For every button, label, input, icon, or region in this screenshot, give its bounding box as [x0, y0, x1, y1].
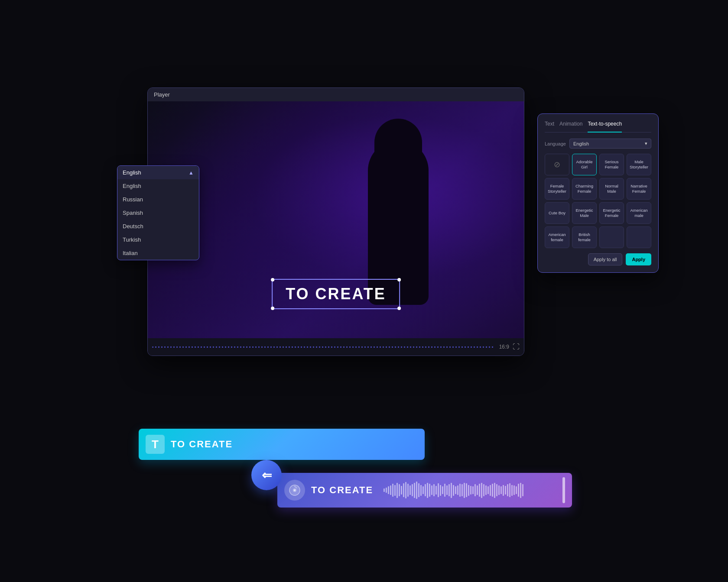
voice-cell-adorable-girl[interactable]: Adorable Girl — [572, 154, 597, 175]
voice-cell-empty-1 — [599, 226, 624, 248]
tts-buttons: Apply to all Apply — [545, 253, 651, 265]
handle-bl[interactable] — [271, 307, 274, 310]
voice-cell-narrative-female[interactable]: Narrative Female — [627, 178, 651, 200]
audio-track-end-bar — [562, 477, 565, 503]
voice-cell-energetic-male[interactable]: Energetic Male — [572, 202, 597, 224]
mute-icon: ⊘ — [554, 160, 560, 169]
tts-language-label: Language — [545, 141, 566, 146]
voice-label-female-storyteller: Female Storyteller — [547, 184, 567, 194]
convert-arrow-button[interactable]: ⇐ — [251, 460, 282, 490]
apply-all-button[interactable]: Apply to all — [588, 253, 623, 265]
scene-container: Player TO CREATE 16:9 ⛶ — [104, 53, 624, 529]
tab-tts[interactable]: Text-to-speech — [588, 121, 622, 133]
player-video: TO CREATE — [148, 101, 524, 344]
voice-cell-serious-female[interactable]: Serious Female — [599, 154, 624, 175]
voice-cell-energetic-female[interactable]: Energetic Female — [599, 202, 624, 224]
voice-cell-muted[interactable]: ⊘ — [545, 154, 569, 175]
voice-label-adorable-girl: Adorable Girl — [574, 159, 595, 170]
voice-label-serious-female: Serious Female — [601, 159, 622, 170]
voice-label-normal-male: Normal Male — [601, 184, 622, 194]
tts-panel: Text Animation Text-to-speech Language E… — [537, 113, 659, 273]
dropdown-selected-value: English — [123, 169, 141, 176]
voice-cell-charming-female[interactable]: Charming Female — [572, 178, 597, 200]
dropdown-item-0[interactable]: English — [117, 179, 199, 193]
voice-cell-american-female[interactable]: American female — [545, 226, 569, 248]
voice-cell-empty-2 — [627, 226, 651, 248]
text-track-label: TO CREATE — [171, 439, 233, 450]
tts-language-value: English — [573, 141, 589, 146]
music-disc-icon — [289, 484, 301, 496]
dropdown-arrow-icon: ▲ — [188, 170, 194, 176]
text-track-strip: T TO CREATE — [139, 429, 425, 460]
voice-label-cute-boy: Cute Boy — [549, 210, 566, 216]
voice-cell-female-storyteller[interactable]: Female Storyteller — [545, 178, 569, 200]
voice-label-british-female: British female — [574, 232, 595, 243]
handle-br[interactable] — [397, 307, 401, 310]
voice-grid: ⊘ Adorable Girl Serious Female Male Stor… — [545, 154, 651, 248]
player-titlebar: Player — [148, 88, 524, 101]
waveform — [384, 482, 556, 499]
language-dropdown[interactable]: English ▲ English Russian Spanish Deutsc… — [117, 165, 199, 260]
handle-tr[interactable] — [397, 278, 401, 281]
voice-label-energetic-female: Energetic Female — [601, 208, 622, 219]
voice-label-narrative-female: Narrative Female — [629, 184, 649, 194]
voice-cell-british-female[interactable]: British female — [572, 226, 597, 248]
audio-track-label: TO CREATE — [311, 485, 373, 496]
svg-point-2 — [294, 490, 296, 491]
player-title: Player — [154, 91, 170, 98]
voice-label-male-storyteller: Male Storyteller — [629, 159, 649, 170]
video-text-content: TO CREATE — [286, 285, 386, 303]
voice-cell-normal-male[interactable]: Normal Male — [599, 178, 624, 200]
timeline-bar: 16:9 ⛶ — [148, 338, 524, 356]
tts-language-select[interactable]: English ▾ — [569, 139, 651, 149]
voice-label-american-male: American male — [629, 208, 649, 219]
dropdown-item-2[interactable]: Spanish — [117, 206, 199, 220]
timeline-dots — [152, 346, 495, 348]
tts-tabs: Text Animation Text-to-speech — [545, 121, 651, 133]
dropdown-header[interactable]: English ▲ — [117, 166, 199, 179]
fullscreen-icon[interactable]: ⛶ — [513, 343, 520, 351]
voice-cell-cute-boy[interactable]: Cute Boy — [545, 202, 569, 224]
aspect-ratio-label: 16:9 — [499, 344, 509, 350]
text-icon-symbol: T — [152, 438, 159, 451]
voice-cell-american-male[interactable]: American male — [627, 202, 651, 224]
tts-language-row: Language English ▾ — [545, 139, 651, 149]
apply-button[interactable]: Apply — [626, 253, 651, 265]
audio-track-strip: TO CREATE — [277, 473, 572, 508]
voice-label-american-female: American female — [547, 232, 567, 243]
handle-tl[interactable] — [271, 278, 274, 281]
tts-language-arrow-icon: ▾ — [645, 141, 647, 146]
video-text-overlay: TO CREATE — [272, 279, 400, 309]
text-track-type-icon: T — [146, 435, 165, 454]
voice-label-energetic-male: Energetic Male — [574, 208, 595, 219]
silhouette — [342, 114, 455, 305]
dropdown-item-1[interactable]: Russian — [117, 193, 199, 206]
tab-text[interactable]: Text — [545, 121, 554, 129]
dropdown-item-5[interactable]: Italian — [117, 246, 199, 260]
voice-cell-male-storyteller[interactable]: Male Storyteller — [627, 154, 651, 175]
player-window: Player TO CREATE 16:9 ⛶ — [147, 87, 524, 356]
dropdown-item-4[interactable]: Turkish — [117, 233, 199, 246]
arrow-icon: ⇐ — [262, 468, 272, 482]
dropdown-item-3[interactable]: Deutsch — [117, 220, 199, 233]
tab-animation[interactable]: Animation — [559, 121, 582, 129]
voice-label-charming-female: Charming Female — [574, 184, 595, 194]
audio-track-type-icon — [284, 480, 305, 501]
